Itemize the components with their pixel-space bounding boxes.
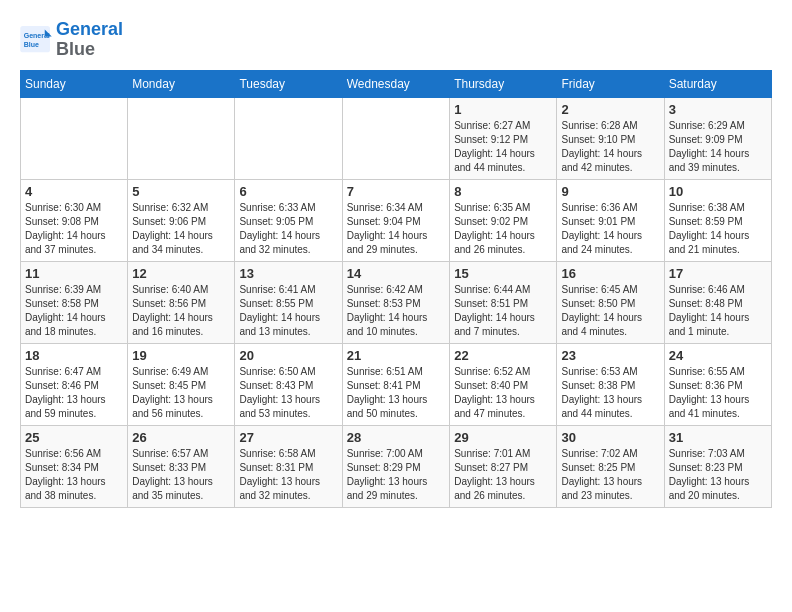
day-info: Sunrise: 6:29 AM Sunset: 9:09 PM Dayligh…	[669, 119, 767, 175]
day-info: Sunrise: 6:45 AM Sunset: 8:50 PM Dayligh…	[561, 283, 659, 339]
calendar-cell: 26Sunrise: 6:57 AM Sunset: 8:33 PM Dayli…	[128, 425, 235, 507]
logo-text: GeneralBlue	[56, 20, 123, 60]
day-info: Sunrise: 6:57 AM Sunset: 8:33 PM Dayligh…	[132, 447, 230, 503]
calendar-cell: 6Sunrise: 6:33 AM Sunset: 9:05 PM Daylig…	[235, 179, 342, 261]
day-number: 26	[132, 430, 230, 445]
day-number: 5	[132, 184, 230, 199]
calendar-cell: 29Sunrise: 7:01 AM Sunset: 8:27 PM Dayli…	[450, 425, 557, 507]
calendar-cell: 31Sunrise: 7:03 AM Sunset: 8:23 PM Dayli…	[664, 425, 771, 507]
calendar-cell: 1Sunrise: 6:27 AM Sunset: 9:12 PM Daylig…	[450, 97, 557, 179]
day-info: Sunrise: 7:02 AM Sunset: 8:25 PM Dayligh…	[561, 447, 659, 503]
day-number: 7	[347, 184, 446, 199]
calendar-cell: 22Sunrise: 6:52 AM Sunset: 8:40 PM Dayli…	[450, 343, 557, 425]
calendar-cell: 23Sunrise: 6:53 AM Sunset: 8:38 PM Dayli…	[557, 343, 664, 425]
logo: General Blue GeneralBlue	[20, 20, 123, 60]
calendar-cell: 16Sunrise: 6:45 AM Sunset: 8:50 PM Dayli…	[557, 261, 664, 343]
day-number: 30	[561, 430, 659, 445]
day-info: Sunrise: 6:50 AM Sunset: 8:43 PM Dayligh…	[239, 365, 337, 421]
calendar-cell: 13Sunrise: 6:41 AM Sunset: 8:55 PM Dayli…	[235, 261, 342, 343]
calendar-cell	[21, 97, 128, 179]
day-number: 1	[454, 102, 552, 117]
calendar-cell: 25Sunrise: 6:56 AM Sunset: 8:34 PM Dayli…	[21, 425, 128, 507]
day-number: 27	[239, 430, 337, 445]
calendar-cell	[235, 97, 342, 179]
dow-thursday: Thursday	[450, 70, 557, 97]
logo-icon: General Blue	[20, 26, 52, 54]
day-info: Sunrise: 6:49 AM Sunset: 8:45 PM Dayligh…	[132, 365, 230, 421]
day-info: Sunrise: 6:32 AM Sunset: 9:06 PM Dayligh…	[132, 201, 230, 257]
day-number: 3	[669, 102, 767, 117]
day-number: 11	[25, 266, 123, 281]
calendar-cell: 11Sunrise: 6:39 AM Sunset: 8:58 PM Dayli…	[21, 261, 128, 343]
day-number: 14	[347, 266, 446, 281]
day-info: Sunrise: 6:55 AM Sunset: 8:36 PM Dayligh…	[669, 365, 767, 421]
page-header: General Blue GeneralBlue	[20, 20, 772, 60]
day-info: Sunrise: 6:58 AM Sunset: 8:31 PM Dayligh…	[239, 447, 337, 503]
day-number: 6	[239, 184, 337, 199]
calendar-cell: 18Sunrise: 6:47 AM Sunset: 8:46 PM Dayli…	[21, 343, 128, 425]
day-info: Sunrise: 6:36 AM Sunset: 9:01 PM Dayligh…	[561, 201, 659, 257]
calendar-cell: 30Sunrise: 7:02 AM Sunset: 8:25 PM Dayli…	[557, 425, 664, 507]
calendar-cell: 5Sunrise: 6:32 AM Sunset: 9:06 PM Daylig…	[128, 179, 235, 261]
day-number: 13	[239, 266, 337, 281]
calendar-cell: 21Sunrise: 6:51 AM Sunset: 8:41 PM Dayli…	[342, 343, 450, 425]
svg-text:Blue: Blue	[24, 41, 39, 48]
day-info: Sunrise: 6:30 AM Sunset: 9:08 PM Dayligh…	[25, 201, 123, 257]
day-info: Sunrise: 7:00 AM Sunset: 8:29 PM Dayligh…	[347, 447, 446, 503]
day-info: Sunrise: 7:03 AM Sunset: 8:23 PM Dayligh…	[669, 447, 767, 503]
day-number: 16	[561, 266, 659, 281]
calendar-cell: 19Sunrise: 6:49 AM Sunset: 8:45 PM Dayli…	[128, 343, 235, 425]
day-number: 9	[561, 184, 659, 199]
day-number: 25	[25, 430, 123, 445]
day-number: 22	[454, 348, 552, 363]
day-info: Sunrise: 6:56 AM Sunset: 8:34 PM Dayligh…	[25, 447, 123, 503]
calendar-cell	[342, 97, 450, 179]
calendar-cell: 24Sunrise: 6:55 AM Sunset: 8:36 PM Dayli…	[664, 343, 771, 425]
day-number: 24	[669, 348, 767, 363]
day-number: 19	[132, 348, 230, 363]
day-info: Sunrise: 6:27 AM Sunset: 9:12 PM Dayligh…	[454, 119, 552, 175]
day-info: Sunrise: 6:53 AM Sunset: 8:38 PM Dayligh…	[561, 365, 659, 421]
day-info: Sunrise: 6:35 AM Sunset: 9:02 PM Dayligh…	[454, 201, 552, 257]
calendar-cell: 14Sunrise: 6:42 AM Sunset: 8:53 PM Dayli…	[342, 261, 450, 343]
calendar-cell	[128, 97, 235, 179]
day-number: 8	[454, 184, 552, 199]
day-number: 29	[454, 430, 552, 445]
day-number: 15	[454, 266, 552, 281]
day-info: Sunrise: 6:41 AM Sunset: 8:55 PM Dayligh…	[239, 283, 337, 339]
day-info: Sunrise: 6:38 AM Sunset: 8:59 PM Dayligh…	[669, 201, 767, 257]
day-info: Sunrise: 6:28 AM Sunset: 9:10 PM Dayligh…	[561, 119, 659, 175]
dow-tuesday: Tuesday	[235, 70, 342, 97]
day-info: Sunrise: 6:44 AM Sunset: 8:51 PM Dayligh…	[454, 283, 552, 339]
day-info: Sunrise: 6:52 AM Sunset: 8:40 PM Dayligh…	[454, 365, 552, 421]
calendar-cell: 9Sunrise: 6:36 AM Sunset: 9:01 PM Daylig…	[557, 179, 664, 261]
day-info: Sunrise: 6:47 AM Sunset: 8:46 PM Dayligh…	[25, 365, 123, 421]
dow-sunday: Sunday	[21, 70, 128, 97]
day-number: 28	[347, 430, 446, 445]
calendar-cell: 8Sunrise: 6:35 AM Sunset: 9:02 PM Daylig…	[450, 179, 557, 261]
day-info: Sunrise: 6:40 AM Sunset: 8:56 PM Dayligh…	[132, 283, 230, 339]
calendar-cell: 2Sunrise: 6:28 AM Sunset: 9:10 PM Daylig…	[557, 97, 664, 179]
calendar-cell: 27Sunrise: 6:58 AM Sunset: 8:31 PM Dayli…	[235, 425, 342, 507]
day-number: 20	[239, 348, 337, 363]
day-number: 17	[669, 266, 767, 281]
day-info: Sunrise: 6:33 AM Sunset: 9:05 PM Dayligh…	[239, 201, 337, 257]
day-number: 18	[25, 348, 123, 363]
day-info: Sunrise: 6:51 AM Sunset: 8:41 PM Dayligh…	[347, 365, 446, 421]
dow-monday: Monday	[128, 70, 235, 97]
calendar-cell: 10Sunrise: 6:38 AM Sunset: 8:59 PM Dayli…	[664, 179, 771, 261]
calendar-table: SundayMondayTuesdayWednesdayThursdayFrid…	[20, 70, 772, 508]
day-number: 12	[132, 266, 230, 281]
dow-saturday: Saturday	[664, 70, 771, 97]
day-number: 10	[669, 184, 767, 199]
calendar-cell: 4Sunrise: 6:30 AM Sunset: 9:08 PM Daylig…	[21, 179, 128, 261]
dow-wednesday: Wednesday	[342, 70, 450, 97]
day-number: 4	[25, 184, 123, 199]
calendar-cell: 12Sunrise: 6:40 AM Sunset: 8:56 PM Dayli…	[128, 261, 235, 343]
day-number: 31	[669, 430, 767, 445]
day-info: Sunrise: 6:34 AM Sunset: 9:04 PM Dayligh…	[347, 201, 446, 257]
day-info: Sunrise: 6:46 AM Sunset: 8:48 PM Dayligh…	[669, 283, 767, 339]
dow-friday: Friday	[557, 70, 664, 97]
day-info: Sunrise: 6:42 AM Sunset: 8:53 PM Dayligh…	[347, 283, 446, 339]
calendar-cell: 15Sunrise: 6:44 AM Sunset: 8:51 PM Dayli…	[450, 261, 557, 343]
